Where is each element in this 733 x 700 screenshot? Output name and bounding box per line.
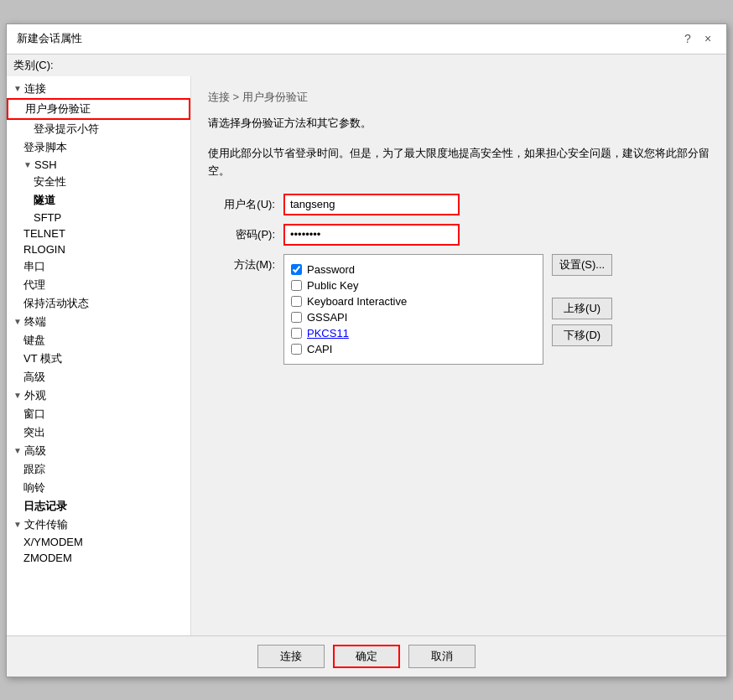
username-input[interactable]	[283, 194, 460, 215]
title-controls: ? ×	[679, 30, 716, 47]
cancel-button[interactable]: 取消	[408, 645, 476, 668]
sidebar-item-ssh[interactable]: ▼ SSH	[7, 157, 190, 173]
method-password-checkbox[interactable]	[291, 264, 302, 275]
sidebar-item-label: RLOGIN	[23, 243, 65, 256]
help-button[interactable]: ?	[679, 30, 696, 47]
method-pkcs11-link[interactable]: PKCS11	[307, 327, 349, 340]
sidebar-item-label: 连接	[24, 81, 46, 96]
move-down-button[interactable]: 下移(D)	[552, 324, 612, 346]
sidebar-item-advanced[interactable]: 高级	[7, 368, 190, 386]
sidebar-item-appearance[interactable]: ▼ 外观	[7, 386, 190, 405]
method-gssapi-checkbox[interactable]	[291, 312, 302, 323]
method-pkcs11-checkbox[interactable]	[291, 328, 302, 339]
sidebar-item-advanced2[interactable]: ▼ 高级	[7, 442, 190, 460]
sidebar-item-trace[interactable]: 跟踪	[7, 460, 190, 479]
sidebar-item-label: ZMODEM	[23, 552, 72, 564]
method-capi-checkbox[interactable]	[291, 344, 302, 355]
sidebar-item-login-script[interactable]: 登录脚本	[7, 138, 190, 157]
expand-icon: ▼	[13, 391, 22, 400]
sidebar-item-zmodem[interactable]: ZMODEM	[7, 550, 190, 566]
method-capi: CAPI	[291, 343, 536, 355]
ok-button[interactable]: 确定	[333, 645, 400, 668]
sidebar-item-keepalive[interactable]: 保持活动状态	[7, 294, 190, 313]
sidebar-item-serial[interactable]: 串口	[7, 257, 190, 276]
expand-icon: ▼	[13, 317, 22, 326]
sidebar-item-tunnel[interactable]: 隧道	[7, 191, 190, 210]
sidebar-item-label: 文件传输	[24, 517, 68, 532]
breadcrumb: 连接 > 用户身份验证	[208, 90, 710, 105]
sidebar-item-label: 保持活动状态	[23, 296, 89, 311]
method-public-key: Public Key	[291, 279, 536, 292]
sidebar-item-window[interactable]: 窗口	[7, 405, 190, 423]
sidebar-item-label: X/YMODEM	[23, 536, 83, 548]
methods-box: Password Public Key Keyboard Interactive…	[283, 254, 543, 365]
sidebar-item-label: VT 模式	[23, 351, 62, 366]
sidebar-item-label: SFTP	[34, 211, 61, 224]
sidebar: ▼ 连接 用户身份验证 登录提示小符 登录脚本 ▼ SSH 安全性 隧道	[7, 76, 191, 635]
method-password-label: Password	[307, 263, 355, 276]
sidebar-item-rlogin[interactable]: RLOGIN	[7, 241, 190, 257]
expand-icon: ▼	[13, 84, 22, 93]
sidebar-item-label: 安全性	[34, 174, 66, 189]
password-row: 密码(P):	[208, 224, 710, 246]
main-panel: 连接 > 用户身份验证 请选择身份验证方法和其它参数。 使用此部分以节省登录时间…	[191, 76, 726, 635]
sidebar-item-keyboard[interactable]: 键盘	[7, 331, 190, 350]
sidebar-item-label: TELNET	[23, 227, 65, 240]
sidebar-item-vt-mode[interactable]: VT 模式	[7, 350, 190, 368]
sidebar-item-label: 代理	[23, 277, 45, 293]
connect-button[interactable]: 连接	[257, 645, 325, 668]
password-label: 密码(P):	[208, 227, 283, 242]
sidebar-item-label: 窗口	[23, 407, 45, 422]
method-keyboard-interactive-checkbox[interactable]	[291, 296, 302, 307]
sidebar-item-label: 高级	[24, 443, 46, 459]
settings-button[interactable]: 设置(S)...	[552, 254, 612, 276]
method-capi-label: CAPI	[307, 343, 332, 355]
close-button[interactable]: ×	[699, 30, 716, 47]
expand-icon: ▼	[13, 520, 22, 529]
method-public-key-checkbox[interactable]	[291, 280, 302, 291]
sidebar-item-label: 键盘	[23, 333, 45, 348]
sidebar-item-telnet[interactable]: TELNET	[7, 226, 190, 241]
sidebar-item-log[interactable]: 日志记录	[7, 497, 190, 516]
sidebar-item-bell[interactable]: 响铃	[7, 479, 190, 497]
username-row: 用户名(U):	[208, 194, 710, 215]
sidebar-item-label: 用户身份验证	[25, 101, 91, 117]
method-gssapi: GSSAPI	[291, 311, 536, 324]
dialog-body: ▼ 连接 用户身份验证 登录提示小符 登录脚本 ▼ SSH 安全性 隧道	[7, 76, 726, 635]
sidebar-item-label: 跟踪	[23, 462, 45, 477]
method-label: 方法(M):	[208, 254, 283, 272]
title-bar: 新建会话属性 ? ×	[7, 24, 726, 54]
expand-icon: ▼	[13, 446, 22, 455]
username-label: 用户名(U):	[208, 197, 283, 212]
sidebar-item-label: 高级	[23, 370, 45, 385]
expand-icon: ▼	[23, 160, 32, 169]
dialog-footer: 连接 确定 取消	[7, 635, 726, 677]
sidebar-item-highlight[interactable]: 突出	[7, 423, 190, 442]
method-keyboard-interactive-label: Keyboard Interactive	[307, 295, 407, 308]
sidebar-item-label: 终端	[24, 314, 46, 329]
method-keyboard-interactive: Keyboard Interactive	[291, 295, 536, 308]
sidebar-item-xymodem[interactable]: X/YMODEM	[7, 534, 190, 550]
sidebar-item-security[interactable]: 安全性	[7, 173, 190, 191]
sidebar-item-label: 外观	[24, 388, 46, 403]
dialog-title: 新建会话属性	[17, 31, 82, 46]
sidebar-item-proxy[interactable]: 代理	[7, 276, 190, 294]
method-pkcs11: PKCS11	[291, 327, 536, 340]
move-up-button[interactable]: 上移(U)	[552, 298, 612, 319]
sidebar-item-login-hint[interactable]: 登录提示小符	[7, 120, 190, 138]
desc-text-1: 请选择身份验证方法和其它参数。	[208, 115, 710, 132]
sidebar-item-terminal[interactable]: ▼ 终端	[7, 313, 190, 331]
sidebar-item-label: 串口	[23, 259, 45, 274]
sidebar-item-label: 响铃	[23, 480, 45, 495]
sidebar-item-connection[interactable]: ▼ 连接	[7, 80, 190, 98]
methods-buttons: 设置(S)... 上移(U) 下移(D)	[552, 254, 612, 346]
sidebar-item-user-auth[interactable]: 用户身份验证	[7, 98, 190, 120]
sidebar-item-label: 隧道	[34, 193, 55, 208]
sidebar-item-label: 登录脚本	[23, 140, 67, 155]
sidebar-item-sftp[interactable]: SFTP	[7, 210, 190, 226]
method-password: Password	[291, 263, 536, 276]
sidebar-item-file-transfer[interactable]: ▼ 文件传输	[7, 516, 190, 534]
password-input[interactable]	[283, 224, 460, 246]
desc-text-2: 使用此部分以节省登录时间。但是，为了最大限度地提高安全性，如果担心安全问题，建议…	[208, 145, 710, 180]
methods-section: 方法(M): Password Public Key Keyboard Inte…	[208, 254, 710, 365]
